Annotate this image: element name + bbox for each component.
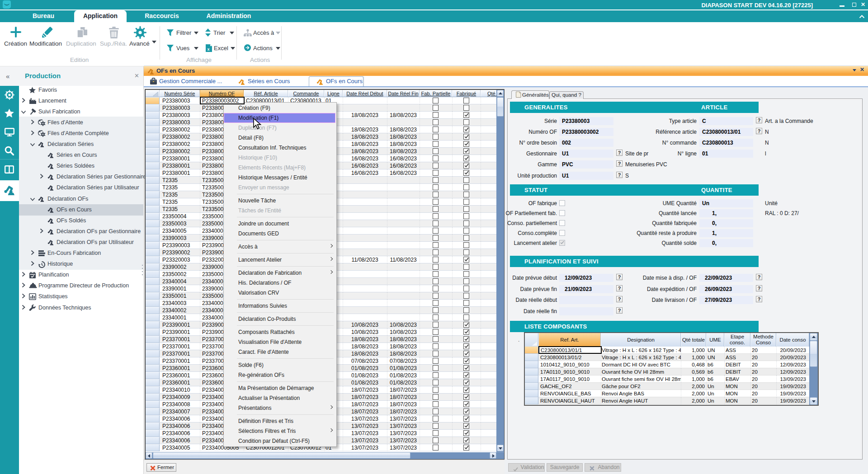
svg-text:x: x xyxy=(207,47,209,52)
